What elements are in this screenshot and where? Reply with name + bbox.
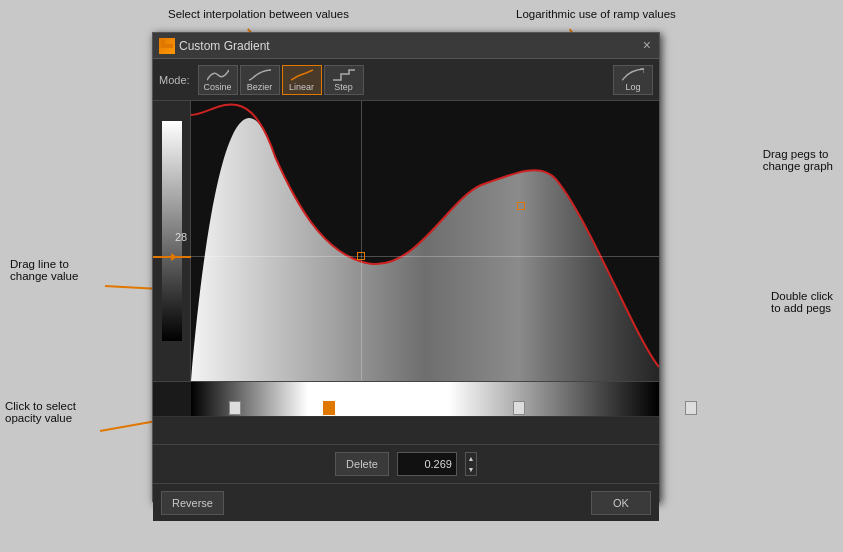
titlebar: Custom Gradient × [153, 33, 659, 59]
mode-buttons: Cosine Bezier Linear Step Log [198, 65, 653, 95]
value-input[interactable]: 0.269 [397, 452, 457, 476]
annotation-opacity: Click to selectopacity value [5, 400, 76, 424]
mode-btn-bezier[interactable]: Bezier [240, 65, 280, 95]
titlebar-title: Custom Gradient [179, 39, 270, 53]
spinner-down[interactable]: ▼ [466, 464, 476, 475]
mode-toolbar: Mode: Cosine Bezier Linear Step [153, 59, 659, 101]
annotation-double-click: Double clickto add pegs [771, 290, 833, 314]
controls-row: Delete 0.269 ▲ ▼ [153, 445, 659, 483]
gradient-canvas[interactable] [191, 101, 659, 381]
stop-marker-1[interactable] [229, 401, 241, 415]
stop-marker-3[interactable] [513, 401, 525, 415]
svg-rect-0 [161, 44, 173, 48]
svg-rect-1 [161, 40, 165, 44]
stop-marker-2[interactable] [323, 401, 335, 415]
peg-1[interactable] [357, 252, 365, 260]
dialog: Custom Gradient × Mode: Cosine Bezier Li… [152, 32, 660, 502]
delete-button[interactable]: Delete [335, 452, 389, 476]
value-bar: 28 [153, 101, 191, 381]
annotation-logarithmic: Logarithmic use of ramp values [516, 8, 676, 20]
mode-btn-linear[interactable]: Linear [282, 65, 322, 95]
ok-button[interactable]: OK [591, 491, 651, 515]
close-button[interactable]: × [643, 38, 651, 52]
mode-btn-log[interactable]: Log [613, 65, 653, 95]
titlebar-icon [159, 38, 175, 54]
gradient-strip [191, 382, 659, 416]
value-spinner[interactable]: ▲ ▼ [465, 452, 477, 476]
stop-bar[interactable] [153, 417, 659, 445]
mode-btn-step[interactable]: Step [324, 65, 364, 95]
canvas-area[interactable] [191, 101, 659, 381]
stop-marker-4[interactable] [685, 401, 697, 415]
annotation-drag-pegs: Drag pegs tochange graph [763, 148, 833, 172]
drag-handle[interactable] [153, 256, 191, 258]
bottom-row: Reverse OK [153, 483, 659, 521]
value-number: 28 [175, 231, 187, 243]
annotation-interpolation: Select interpolation between values [168, 8, 349, 20]
mode-btn-cosine[interactable]: Cosine [198, 65, 238, 95]
peg-2[interactable] [517, 202, 525, 210]
annotation-drag-line: Drag line tochange value [10, 258, 78, 282]
reverse-button[interactable]: Reverse [161, 491, 224, 515]
graph-container[interactable]: 28 [153, 101, 659, 381]
spinner-up[interactable]: ▲ [466, 453, 476, 464]
mode-label: Mode: [159, 74, 190, 86]
